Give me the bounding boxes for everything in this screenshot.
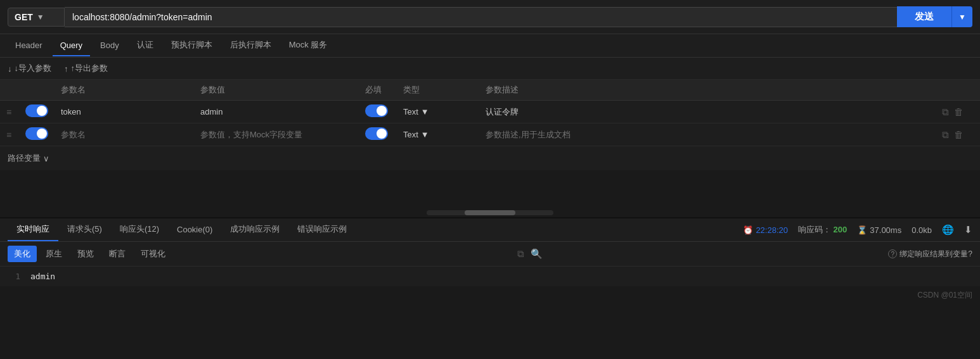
view-tab-assert[interactable]: 断言 <box>103 246 132 262</box>
bottom-panel: 实时响应 请求头(5) 响应头(12) Cookie(0) 成功响应示例 错误响… <box>0 217 980 305</box>
toggle-switch-2[interactable] <box>25 127 48 140</box>
send-dropdown-button[interactable]: ▼ <box>951 6 972 27</box>
param-name-input-2[interactable] <box>61 130 188 139</box>
response-size: 0.0kb <box>912 225 932 235</box>
response-tab-success-example[interactable]: 成功响应示例 <box>221 218 288 241</box>
globe-icon[interactable]: 🌐 <box>942 224 954 236</box>
response-tab-request-headers[interactable]: 请求头(5) <box>58 218 111 241</box>
drag-handle-2[interactable]: ≡ <box>0 123 19 146</box>
response-duration: ⌛ 37.00ms <box>857 225 901 235</box>
param-name-cell-2[interactable] <box>55 123 194 146</box>
param-value-cell-2[interactable] <box>194 123 359 146</box>
required-cell-1[interactable] <box>359 101 397 123</box>
col-header-type: 类型 <box>397 80 479 101</box>
line-content: admin <box>30 272 55 281</box>
type-cell-2[interactable]: Text ▼ <box>397 123 479 146</box>
scrollbar-area[interactable] <box>0 208 980 217</box>
required-toggle-1[interactable] <box>365 104 388 117</box>
response-tab-cookie[interactable]: Cookie(0) <box>168 220 221 241</box>
view-tab-visualize[interactable]: 可视化 <box>134 246 172 262</box>
drag-handle-icon: ≡ <box>6 130 11 140</box>
actions-cell-2: ⧉ 🗑 <box>936 123 980 146</box>
param-desc-input-1[interactable] <box>486 107 929 117</box>
response-body: 1 admin <box>0 267 980 286</box>
param-name-input-1[interactable] <box>61 107 188 117</box>
copy-icon-2[interactable]: ⧉ <box>942 129 949 141</box>
method-select[interactable]: GET ▼ <box>8 8 65 27</box>
desc-cell-2[interactable] <box>479 123 936 146</box>
method-label: GET <box>15 12 33 22</box>
tab-header[interactable]: Header <box>8 35 50 56</box>
type-chevron-icon: ▼ <box>421 130 429 139</box>
question-icon: ? <box>888 249 897 258</box>
response-tab-response-headers[interactable]: 响应头(12) <box>111 218 168 241</box>
tab-auth[interactable]: 认证 <box>129 34 161 57</box>
send-button[interactable]: 发送 <box>897 6 951 27</box>
required-cell-2[interactable] <box>359 123 397 146</box>
scrollbar-thumb[interactable] <box>465 210 515 215</box>
toggle-cell-1[interactable] <box>19 101 55 123</box>
drag-handle-icon: ≡ <box>6 107 11 117</box>
tab-mock[interactable]: Mock 服务 <box>281 34 335 57</box>
param-value-input-2[interactable] <box>200 130 352 139</box>
required-toggle-2[interactable] <box>365 127 388 140</box>
tab-post-script[interactable]: 后执行脚本 <box>222 34 279 57</box>
col-header-name: 参数名 <box>55 80 194 101</box>
col-header-desc: 参数描述 <box>479 80 936 101</box>
response-tab-bar: 实时响应 请求头(5) 响应头(12) Cookie(0) 成功响应示例 错误响… <box>0 218 980 242</box>
middle-spacer <box>0 170 980 208</box>
view-tab-pretty[interactable]: 美化 <box>8 246 37 262</box>
line-number: 1 <box>8 272 20 281</box>
request-tab-bar: Header Query Body 认证 预执行脚本 后执行脚本 Mock 服务 <box>0 34 980 58</box>
type-cell-1[interactable]: Text ▼ <box>397 101 479 123</box>
actions-cell-1: ⧉ 🗑 <box>936 101 980 123</box>
search-response-icon[interactable]: 🔍 <box>531 248 543 260</box>
param-value-cell-1[interactable] <box>194 101 359 123</box>
response-tab-realtime[interactable]: 实时响应 <box>8 218 58 241</box>
table-row: ≡ Text ▼ <box>0 101 980 123</box>
param-name-cell-1[interactable] <box>55 101 194 123</box>
path-vars-label: 路径变量 <box>8 153 41 164</box>
path-vars-section[interactable]: 路径变量 ∨ <box>0 146 980 170</box>
view-tab-bar: 美化 原生 预览 断言 可视化 ⧉ 🔍 ? 绑定响应结果到变量? <box>0 242 980 267</box>
response-tab-error-example[interactable]: 错误响应示例 <box>288 218 356 241</box>
param-desc-input-2[interactable] <box>486 130 929 139</box>
branding-text: CSDN @01空间 <box>917 290 972 301</box>
delete-icon-2[interactable]: 🗑 <box>954 129 964 140</box>
view-tab-icons: ⧉ 🔍 <box>517 248 543 260</box>
toolbar-row: ↓ ↓导入参数 ↑ ↑导出参数 <box>0 58 980 80</box>
type-label-2: Text <box>403 130 418 139</box>
col-header-toggle <box>19 80 55 101</box>
view-tab-preview[interactable]: 预览 <box>71 246 100 262</box>
param-value-input-1[interactable] <box>200 107 352 117</box>
tab-query[interactable]: Query <box>53 35 90 56</box>
response-status-code: 200 <box>834 225 848 234</box>
action-icons-1: ⧉ 🗑 <box>942 106 974 118</box>
import-params-button[interactable]: ↓ ↓导入参数 <box>8 63 51 74</box>
type-dropdown-1[interactable]: Text ▼ <box>403 107 473 117</box>
col-header-drag <box>0 80 19 101</box>
tab-pre-script[interactable]: 预执行脚本 <box>164 34 220 57</box>
view-tab-raw[interactable]: 原生 <box>39 246 68 262</box>
delete-icon-1[interactable]: 🗑 <box>954 106 964 117</box>
col-header-value: 参数值 <box>194 80 359 101</box>
url-input[interactable] <box>65 7 897 27</box>
table-header-row: 参数名 参数值 必填 类型 参数描述 <box>0 80 980 101</box>
timer-icon: ⌛ <box>857 225 867 235</box>
table-row: ≡ Text ▼ <box>0 123 980 146</box>
copy-response-icon[interactable]: ⧉ <box>517 248 524 260</box>
toggle-switch-1[interactable] <box>25 104 48 117</box>
copy-icon-1[interactable]: ⧉ <box>942 106 949 118</box>
import-icon: ↓ <box>8 64 12 73</box>
type-dropdown-2[interactable]: Text ▼ <box>403 130 473 139</box>
action-icons-2: ⧉ 🗑 <box>942 129 974 141</box>
bind-result[interactable]: ? 绑定响应结果到变量? <box>888 249 972 260</box>
desc-cell-1[interactable] <box>479 101 936 123</box>
type-label-1: Text <box>403 107 418 117</box>
tab-body[interactable]: Body <box>93 35 127 56</box>
toggle-cell-2[interactable] <box>19 123 55 146</box>
drag-handle-1[interactable]: ≡ <box>0 101 19 123</box>
method-chevron-icon: ▼ <box>37 13 44 22</box>
export-params-button[interactable]: ↑ ↑导出参数 <box>64 63 108 74</box>
download-icon[interactable]: ⬇ <box>964 224 972 236</box>
